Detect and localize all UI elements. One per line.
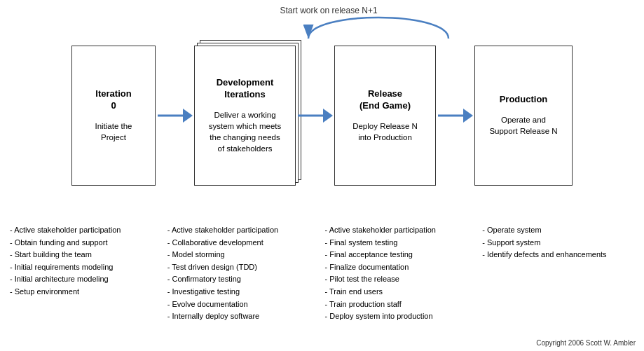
list-item: Test driven design (TDD) bbox=[167, 261, 320, 274]
phase-dev-title: DevelopmentIterations bbox=[217, 77, 274, 101]
list-item: Deploy system into production bbox=[325, 310, 477, 323]
list-dev: Active stakeholder participation Collabo… bbox=[165, 224, 322, 323]
copyright: Copyright 2006 Scott W. Ambler bbox=[536, 339, 636, 347]
curved-arrow bbox=[266, 4, 491, 42]
list-item: Final acceptance testing bbox=[325, 249, 477, 261]
list-iteration0: Active stakeholder participation Obtain … bbox=[7, 224, 165, 323]
phase-iteration0-title: Iteration0 bbox=[95, 88, 131, 112]
list-item: Pilot test the release bbox=[325, 273, 477, 286]
list-item: Start building the team bbox=[10, 249, 162, 261]
list-item: Evolve documentation bbox=[167, 298, 320, 311]
list-item: Support system bbox=[482, 237, 634, 249]
list-production-items: Operate system Support system Identify d… bbox=[482, 224, 634, 261]
dev-page-front: DevelopmentIterations Deliver a workings… bbox=[194, 46, 296, 186]
list-item: Initial architecture modeling bbox=[10, 273, 162, 286]
arrow-right-2 bbox=[298, 109, 333, 123]
list-item: Active stakeholder participation bbox=[167, 224, 320, 237]
arrow-2 bbox=[296, 109, 334, 123]
list-item: Finalize documentation bbox=[325, 261, 477, 274]
phase-iteration0: Iteration0 Initiate theProject bbox=[71, 46, 156, 186]
phases-wrapper: Iteration0 Initiate theProject Developme… bbox=[7, 46, 637, 186]
list-item: Operate system bbox=[482, 224, 634, 237]
list-item: Initial requirements modeling bbox=[10, 261, 162, 274]
arrow-1 bbox=[156, 109, 194, 123]
phase-production: Production Operate andSupport Release N bbox=[474, 46, 573, 186]
list-item: Investigative testing bbox=[167, 286, 320, 298]
list-item: Internally deploy software bbox=[167, 310, 320, 323]
phase-production-title: Production bbox=[500, 94, 548, 106]
phase-production-body: Operate andSupport Release N bbox=[489, 114, 557, 137]
phase-dev-iterations: DevelopmentIterations Deliver a workings… bbox=[194, 46, 296, 186]
list-release-items: Active stakeholder participation Final s… bbox=[325, 224, 477, 323]
list-item: Train end users bbox=[325, 286, 477, 298]
lists-area: Active stakeholder participation Obtain … bbox=[0, 217, 644, 326]
list-item: Active stakeholder participation bbox=[325, 224, 477, 237]
arrow-right-1 bbox=[158, 109, 193, 123]
list-release: Active stakeholder participation Final s… bbox=[322, 224, 480, 323]
phase-release-body: Deploy Release Ninto Production bbox=[352, 121, 418, 143]
phase-iteration0-body: Initiate theProject bbox=[95, 121, 132, 143]
list-item: Identify defects and enhancements bbox=[482, 249, 634, 261]
list-item: Final system testing bbox=[325, 237, 477, 249]
list-item: Active stakeholder participation bbox=[10, 224, 162, 237]
list-item: Train production staff bbox=[325, 298, 477, 311]
list-item: Obtain funding and support bbox=[10, 237, 162, 249]
list-item: Confirmatory testing bbox=[167, 273, 320, 286]
list-iteration0-items: Active stakeholder participation Obtain … bbox=[10, 224, 162, 298]
phase-dev-body: Deliver a workingsystem which meetsthe c… bbox=[209, 109, 282, 154]
list-item: Model storming bbox=[167, 249, 320, 261]
arrow-3 bbox=[436, 109, 474, 123]
list-item: Collaborative development bbox=[167, 237, 320, 249]
phase-release-title: Release(End Game) bbox=[359, 88, 411, 112]
list-production: Operate system Support system Identify d… bbox=[479, 224, 637, 323]
diagram-area: Start work on release N+1 Iteration0 Ini… bbox=[0, 0, 644, 217]
phase-release: Release(End Game) Deploy Release Ninto P… bbox=[334, 46, 436, 186]
list-item: Setup environment bbox=[10, 286, 162, 298]
arrow-right-3 bbox=[438, 109, 473, 123]
list-dev-items: Active stakeholder participation Collabo… bbox=[167, 224, 320, 323]
